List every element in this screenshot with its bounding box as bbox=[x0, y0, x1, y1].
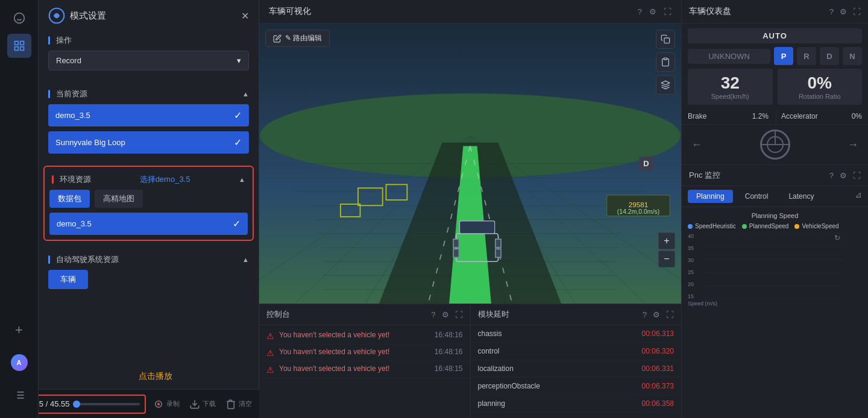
pnc-section: Pnc 监控 ? ⚙ ⛶ Planning Control Latency ⊿ bbox=[682, 164, 868, 418]
auto-drive-chevron[interactable]: ▲ bbox=[242, 256, 249, 263]
env-resources-section: 环境资源 选择demo_3.5 ▲ 数据包 高精地图 demo_3.5 ✓ bbox=[43, 166, 254, 241]
nav-item-home[interactable] bbox=[7, 6, 31, 30]
module-latency-section: 模块延时 ? ⚙ ⛶ chassis 00:06.313 bbox=[471, 304, 682, 418]
download-button[interactable]: 下载 bbox=[189, 399, 216, 410]
console-help-icon[interactable]: ? bbox=[431, 310, 435, 319]
y-label-30: 30 bbox=[688, 257, 702, 263]
module-settings-icon[interactable]: ⚙ bbox=[653, 310, 660, 319]
gear-p-button[interactable]: P bbox=[774, 47, 793, 65]
env-resource-name: demo_3.5 bbox=[57, 219, 92, 228]
resource-name-2: Sunnyvale Big Loop bbox=[55, 138, 125, 147]
copy-tool-button[interactable] bbox=[656, 30, 675, 49]
pnc-tab-planning[interactable]: Planning bbox=[688, 190, 733, 203]
vehicle-button[interactable]: 车辆 bbox=[48, 270, 88, 289]
env-resources-header: 环境资源 选择demo_3.5 ▲ bbox=[49, 172, 248, 190]
env-section-bar bbox=[52, 175, 54, 184]
steer-right-button[interactable]: → bbox=[848, 139, 858, 151]
pnc-settings-icon[interactable]: ⚙ bbox=[840, 171, 847, 180]
env-resources-chevron[interactable]: ▲ bbox=[239, 176, 245, 183]
pnc-tab-latency[interactable]: Latency bbox=[780, 190, 822, 203]
y-label-20: 20 bbox=[688, 281, 702, 287]
y-label-25: 25 bbox=[688, 269, 702, 275]
env-check-icon: ✓ bbox=[233, 218, 241, 229]
resource-item-demo35[interactable]: demo_3.5 ✓ bbox=[48, 104, 249, 126]
legend-dot-vehicle-speed bbox=[794, 224, 799, 229]
clipboard-tool-button[interactable] bbox=[656, 52, 675, 72]
operations-title: 操作 bbox=[56, 35, 72, 46]
filter-icon[interactable]: ⊿ bbox=[855, 190, 862, 203]
steering-top-bar bbox=[775, 131, 776, 145]
svg-rect-48 bbox=[453, 249, 459, 257]
module-help-icon[interactable]: ? bbox=[643, 310, 647, 319]
module-row-planning: planning 00:06.358 bbox=[471, 395, 682, 413]
current-resources-chevron[interactable]: ▲ bbox=[242, 90, 249, 98]
module-name-perception: perceptionObstacle bbox=[478, 382, 540, 390]
console-settings-icon[interactable]: ⚙ bbox=[442, 310, 449, 319]
pnc-tab-control[interactable]: Control bbox=[737, 190, 777, 203]
svg-marker-58 bbox=[661, 81, 669, 85]
viz-header: 车辆可视化 ? ⚙ ⛶ bbox=[259, 0, 681, 23]
svg-rect-57 bbox=[664, 58, 667, 60]
zoom-out-button[interactable]: − bbox=[658, 251, 675, 267]
dashboard-help-icon[interactable]: ? bbox=[829, 7, 834, 16]
dashboard-expand-icon[interactable]: ⛶ bbox=[853, 7, 861, 16]
dashboard-header-icons: ? ⚙ ⛶ bbox=[829, 7, 861, 16]
route-edit-button[interactable]: ✎ 路由编辑 bbox=[265, 30, 330, 47]
dropdown-value: Record bbox=[56, 56, 81, 65]
progress-handle[interactable] bbox=[73, 401, 80, 408]
pnc-expand-icon[interactable]: ⛶ bbox=[853, 171, 861, 180]
module-row-control: control 00:06.320 bbox=[471, 343, 682, 360]
svg-text:(14.2m,0.0m/s): (14.2m,0.0m/s) bbox=[617, 208, 659, 215]
zoom-in-button[interactable]: + bbox=[658, 232, 675, 249]
progress-bar[interactable] bbox=[74, 403, 140, 405]
console-expand-icon[interactable]: ⛶ bbox=[455, 310, 463, 319]
time-separator: / bbox=[46, 399, 50, 408]
operations-dropdown[interactable]: Record ▾ bbox=[48, 51, 249, 70]
steer-left-button[interactable]: ← bbox=[691, 139, 702, 151]
env-resource-demo35[interactable]: demo_3.5 ✓ bbox=[49, 213, 248, 235]
warn-icon-3: ⚠ bbox=[266, 365, 274, 375]
gear-d-button[interactable]: D bbox=[820, 47, 839, 65]
pnc-help-icon[interactable]: ? bbox=[829, 171, 834, 180]
operations-label: 操作 bbox=[48, 35, 72, 46]
svg-rect-5 bbox=[20, 47, 24, 51]
chevron-down-icon: ▾ bbox=[237, 56, 241, 65]
pnc-title: Pnc 监控 bbox=[689, 170, 720, 181]
help-icon[interactable]: ? bbox=[638, 7, 642, 16]
panel-header: 模式设置 ✕ bbox=[39, 0, 259, 29]
tab-data-package[interactable]: 数据包 bbox=[49, 190, 90, 208]
record-button[interactable]: 录制 bbox=[153, 399, 180, 410]
nav-item-list[interactable] bbox=[7, 383, 31, 407]
total-time: 45.55 bbox=[50, 399, 70, 408]
left-panel-content: 模式设置 ✕ 操作 Record ▾ bbox=[39, 0, 259, 418]
clear-button[interactable]: 清空 bbox=[225, 399, 252, 410]
console-title: 控制台 bbox=[266, 309, 290, 320]
gear-r-button[interactable]: R bbox=[797, 47, 816, 65]
module-expand-icon[interactable]: ⛶ bbox=[666, 310, 674, 319]
resource-item-sunnyvale[interactable]: Sunnyvale Big Loop ✓ bbox=[48, 131, 249, 154]
svg-point-15 bbox=[157, 402, 160, 405]
msg-text-1: You haven't selected a vehicle yet! bbox=[279, 331, 430, 339]
legend-planned-speed: PlannedSpeed bbox=[742, 223, 789, 229]
chart-title: Planning Speed bbox=[688, 212, 862, 219]
accelerator-label: Accelerator bbox=[781, 112, 818, 120]
tab-hd-map[interactable]: 高精地图 bbox=[95, 190, 143, 208]
settings-icon[interactable]: ⚙ bbox=[649, 7, 656, 16]
nav-item-add[interactable]: + bbox=[7, 318, 31, 342]
layers-tool-button[interactable] bbox=[656, 75, 675, 95]
accelerator-item: Accelerator 0% bbox=[781, 110, 862, 123]
console-header: 控制台 ? ⚙ ⛶ bbox=[259, 304, 470, 325]
auto-drive-section: 自动驾驶系统资源 ▲ 车辆 bbox=[39, 248, 259, 296]
y-axis-labels: 40 35 30 25 20 15 bbox=[688, 233, 702, 299]
nav-item-settings[interactable] bbox=[7, 34, 31, 58]
gear-n-button[interactable]: N bbox=[843, 47, 862, 65]
close-panel-button[interactable]: ✕ bbox=[241, 10, 249, 22]
steering-left-bar bbox=[762, 144, 775, 145]
dashboard-settings-icon[interactable]: ⚙ bbox=[840, 7, 847, 16]
y-label-35: 35 bbox=[688, 245, 702, 251]
svg-rect-46 bbox=[453, 239, 459, 248]
legend-label-speed-heuristic: SpeedHeuristic bbox=[695, 223, 736, 229]
user-avatar[interactable]: A bbox=[7, 351, 31, 375]
left-navigation: + A bbox=[0, 0, 39, 418]
expand-icon[interactable]: ⛶ bbox=[664, 7, 671, 16]
